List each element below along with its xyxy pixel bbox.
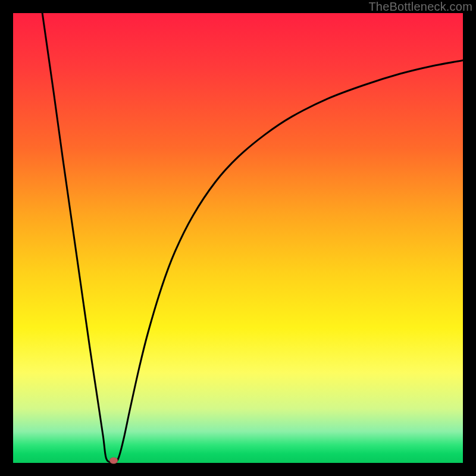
minimum-marker xyxy=(109,458,118,464)
watermark-text: TheBottleneck.com xyxy=(368,0,472,14)
curve-layer xyxy=(13,13,463,463)
bottleneck-curve xyxy=(42,13,463,462)
plot-frame xyxy=(13,13,463,463)
